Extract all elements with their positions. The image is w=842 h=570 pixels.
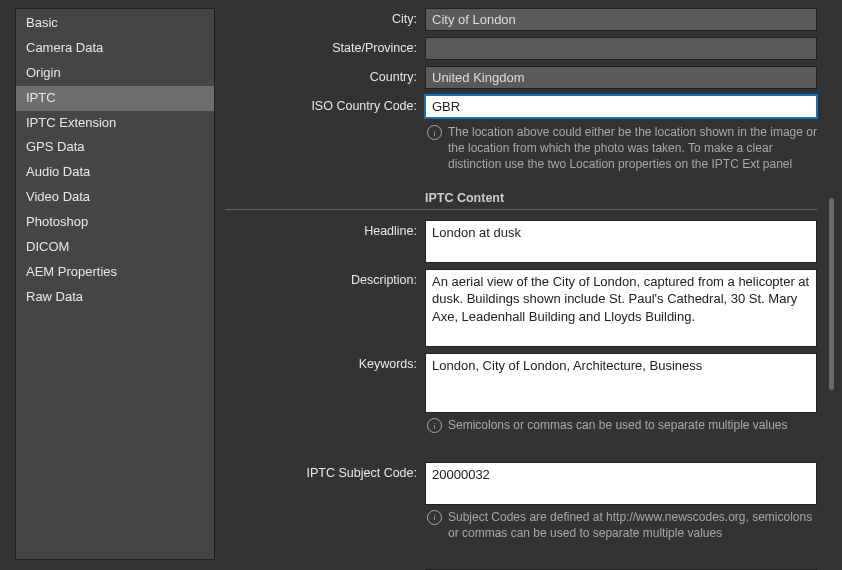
state-province-label: State/Province: bbox=[225, 37, 425, 55]
subject-code-info-text: Subject Codes are defined at http://www.… bbox=[448, 509, 817, 541]
sidebar-item-camera-data[interactable]: Camera Data bbox=[16, 36, 214, 61]
sidebar-item-dicom[interactable]: DICOM bbox=[16, 235, 214, 260]
sidebar-item-basic[interactable]: Basic bbox=[16, 11, 214, 36]
headline-input[interactable] bbox=[425, 220, 817, 263]
info-icon: i bbox=[427, 418, 442, 433]
city-input[interactable] bbox=[425, 8, 817, 31]
sidebar-item-iptc-extension[interactable]: IPTC Extension bbox=[16, 111, 214, 136]
info-icon: i bbox=[427, 125, 442, 140]
section-title-iptc-content: IPTC Content bbox=[425, 191, 817, 205]
iso-country-code-label: ISO Country Code: bbox=[225, 95, 425, 113]
headline-label: Headline: bbox=[225, 220, 425, 238]
country-input[interactable] bbox=[425, 66, 817, 89]
iptc-form: City: State/Province: Country: ISO Count… bbox=[225, 8, 827, 570]
sidebar-item-photoshop[interactable]: Photoshop bbox=[16, 210, 214, 235]
sidebar-item-iptc[interactable]: IPTC bbox=[16, 86, 214, 111]
sidebar-item-origin[interactable]: Origin bbox=[16, 61, 214, 86]
sidebar-item-raw-data[interactable]: Raw Data bbox=[16, 285, 214, 310]
iso-country-code-input[interactable] bbox=[425, 95, 817, 118]
sidebar-item-aem-properties[interactable]: AEM Properties bbox=[16, 260, 214, 285]
keywords-info-text: Semicolons or commas can be used to sepa… bbox=[448, 417, 788, 433]
metadata-panel-sidebar: Basic Camera Data Origin IPTC IPTC Exten… bbox=[15, 8, 215, 560]
scrollbar-thumb[interactable] bbox=[829, 198, 834, 390]
description-input[interactable] bbox=[425, 269, 817, 347]
sidebar-item-audio-data[interactable]: Audio Data bbox=[16, 160, 214, 185]
city-label: City: bbox=[225, 8, 425, 26]
state-province-input[interactable] bbox=[425, 37, 817, 60]
country-label: Country: bbox=[225, 66, 425, 84]
location-info-text: The location above could either be the l… bbox=[448, 124, 817, 173]
sidebar-item-gps-data[interactable]: GPS Data bbox=[16, 135, 214, 160]
keywords-label: Keywords: bbox=[225, 353, 425, 371]
iptc-subject-code-input[interactable] bbox=[425, 462, 817, 505]
section-divider-line bbox=[225, 209, 817, 210]
info-icon: i bbox=[427, 510, 442, 525]
iptc-subject-code-label: IPTC Subject Code: bbox=[225, 462, 425, 480]
keywords-input[interactable] bbox=[425, 353, 817, 414]
description-label: Description: bbox=[225, 269, 425, 287]
sidebar-item-video-data[interactable]: Video Data bbox=[16, 185, 214, 210]
